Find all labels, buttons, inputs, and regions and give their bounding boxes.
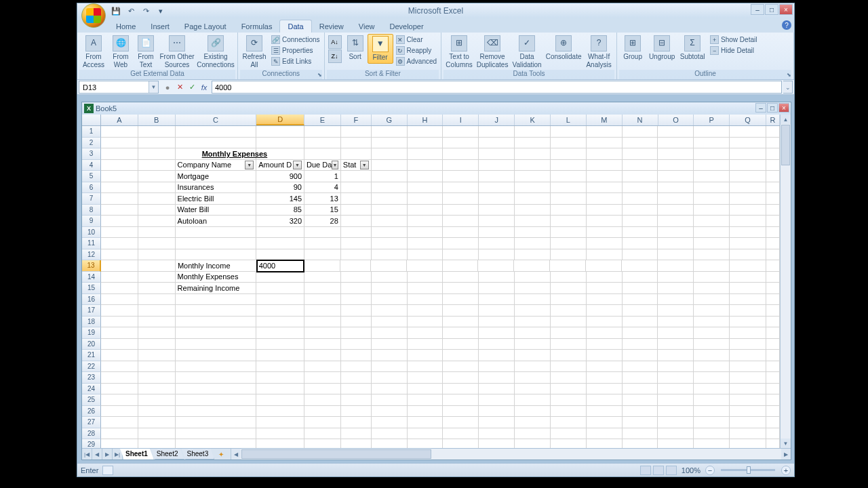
cell-K16[interactable] (515, 294, 551, 306)
cell-K4[interactable] (515, 160, 551, 171)
formula-input[interactable]: 4000 (212, 81, 782, 94)
cell-O18[interactable] (658, 317, 694, 328)
cell-J22[interactable] (479, 361, 515, 373)
cell-E6[interactable]: 4 (304, 182, 341, 194)
scroll-down-icon[interactable]: ▼ (781, 439, 791, 448)
cell-M7[interactable] (587, 193, 623, 205)
row-header-18[interactable]: 18 (82, 317, 101, 328)
cell-Q23[interactable] (730, 372, 766, 384)
book-close[interactable]: × (778, 103, 789, 113)
cell-P29[interactable] (694, 439, 730, 448)
cell-J17[interactable] (479, 305, 515, 317)
row-header-22[interactable]: 22 (82, 361, 101, 373)
office-button[interactable] (81, 3, 106, 28)
cell-R16[interactable] (766, 294, 780, 306)
vertical-scrollbar[interactable]: ▲ ▼ (780, 115, 791, 448)
cell-D23[interactable] (256, 372, 304, 384)
clear-button[interactable]: ✕Clear (394, 35, 439, 45)
cell-C2[interactable] (176, 138, 257, 149)
filter-dropdown[interactable]: ▼ (360, 161, 369, 169)
cell-G8[interactable] (372, 205, 408, 216)
cell-H23[interactable] (408, 372, 443, 384)
cell-I10[interactable] (443, 227, 479, 239)
cell-N24[interactable] (623, 384, 658, 395)
cell-K3[interactable] (515, 148, 551, 160)
cell-E21[interactable] (304, 350, 341, 361)
maximize-button[interactable]: □ (765, 4, 778, 15)
cell-H9[interactable] (408, 216, 443, 227)
insert-function-button[interactable]: fx (199, 82, 210, 93)
cell-I27[interactable] (443, 417, 479, 428)
cell-I28[interactable] (443, 428, 479, 440)
cell-C22[interactable] (176, 361, 257, 373)
cell-C7[interactable]: Electric Bill (176, 193, 257, 205)
cell-B6[interactable] (138, 182, 176, 194)
column-header-D[interactable]: D (256, 115, 304, 125)
cell-C15[interactable]: Remaining Income (176, 283, 257, 294)
cell-L17[interactable] (551, 305, 587, 317)
hide-detail-button[interactable]: −Hide Detail (708, 45, 759, 56)
cell-E20[interactable] (304, 339, 341, 350)
cell-L18[interactable] (551, 317, 587, 328)
cell-C13[interactable]: Monthly Income (176, 260, 257, 272)
row-header-29[interactable]: 29 (82, 439, 101, 448)
cell-R3[interactable] (766, 148, 780, 160)
cell-G18[interactable] (372, 317, 408, 328)
sort-az-icon[interactable]: A↓ (328, 35, 342, 49)
cell-I23[interactable] (443, 372, 479, 384)
cell-D10[interactable] (256, 227, 304, 239)
cell-I25[interactable] (443, 394, 479, 406)
cell-D17[interactable] (256, 305, 304, 317)
cell-B27[interactable] (138, 417, 176, 428)
tab-formulas[interactable]: Formulas (234, 20, 280, 33)
cell-N4[interactable] (623, 160, 658, 171)
cell-K6[interactable] (515, 182, 551, 194)
cell-H1[interactable] (408, 126, 443, 138)
cell-N19[interactable] (623, 327, 658, 339)
cell-I15[interactable] (443, 283, 479, 294)
filter-button[interactable]: ▼Filter (368, 34, 393, 64)
cell-L22[interactable] (551, 361, 587, 373)
scroll-thumb[interactable] (781, 125, 790, 165)
cell-I5[interactable] (443, 171, 479, 182)
cell-I21[interactable] (443, 350, 479, 361)
cell-N17[interactable] (623, 305, 658, 317)
cell-A5[interactable] (101, 171, 138, 182)
cell-D22[interactable] (256, 361, 304, 373)
cell-C26[interactable] (176, 406, 257, 418)
column-header-Q[interactable]: Q (730, 115, 766, 125)
cell-O12[interactable] (658, 249, 694, 261)
connections-launcher[interactable]: ⬊ (316, 71, 323, 79)
subtotal-button[interactable]: ΣSubtotal (677, 34, 707, 62)
cell-P1[interactable] (694, 126, 730, 138)
cell-P6[interactable] (694, 182, 730, 194)
cell-O13[interactable] (658, 260, 694, 272)
cell-Q15[interactable] (730, 283, 766, 294)
cell-I14[interactable] (443, 272, 479, 283)
cell-P9[interactable] (694, 216, 730, 227)
cell-F17[interactable] (341, 305, 372, 317)
cell-B28[interactable] (138, 428, 176, 440)
cell-C14[interactable]: Monthly Expenses (176, 272, 257, 283)
cell-G9[interactable] (372, 216, 408, 227)
cell-D29[interactable] (256, 439, 304, 448)
cell-A14[interactable] (101, 272, 138, 283)
cell-G1[interactable] (372, 126, 408, 138)
cell-K23[interactable] (515, 372, 551, 384)
cell-R8[interactable] (766, 205, 780, 216)
sheet-tab-sheet1[interactable]: Sheet1 (120, 449, 154, 460)
cell-I8[interactable] (443, 205, 479, 216)
cell-K19[interactable] (515, 327, 551, 339)
cell-G15[interactable] (372, 283, 408, 294)
cell-H15[interactable] (408, 283, 443, 294)
cell-O22[interactable] (658, 361, 694, 373)
page-layout-view-button[interactable] (653, 466, 664, 475)
sort-button[interactable]: ⇅Sort (344, 34, 367, 62)
cell-N5[interactable] (623, 171, 658, 182)
from-other-sources-button[interactable]: ⋯From Other Sources (159, 34, 195, 70)
tab-review[interactable]: Review (312, 20, 351, 33)
cell-R5[interactable] (766, 171, 780, 182)
cell-B7[interactable] (138, 193, 176, 205)
cell-I26[interactable] (443, 406, 479, 418)
cell-C27[interactable] (176, 417, 257, 428)
